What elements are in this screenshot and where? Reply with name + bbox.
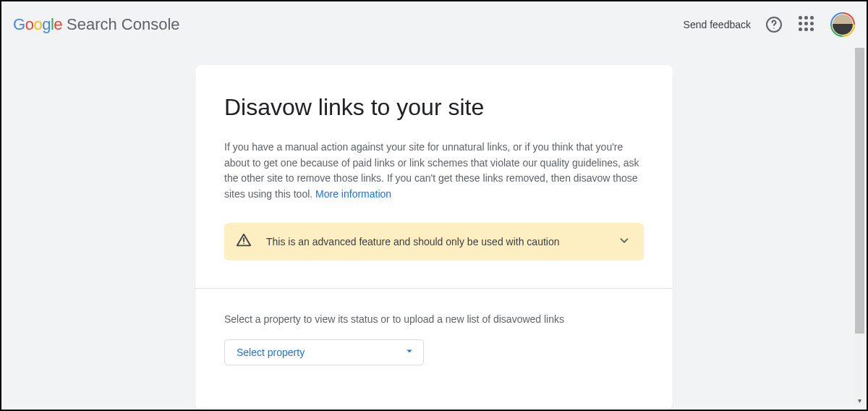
app-header: G o o g l e Search Console Send feedback [1, 1, 867, 48]
description-text: If you have a manual action against your… [224, 141, 639, 200]
warning-triangle-icon [236, 232, 252, 251]
chevron-down-icon [616, 232, 632, 251]
account-avatar[interactable] [830, 12, 855, 37]
scrollbar-down-arrow[interactable]: ▾ [854, 395, 865, 405]
send-feedback-link[interactable]: Send feedback [684, 19, 751, 30]
main-area: Disavow links to your site If you have a… [1, 48, 867, 410]
header-actions: Send feedback [684, 12, 855, 37]
svg-point-1 [773, 27, 775, 29]
select-property-dropdown[interactable]: Select property [224, 339, 424, 365]
page-title: Disavow links to your site [224, 94, 644, 121]
logo-letter: o [25, 15, 34, 34]
select-property-label: Select property [237, 347, 305, 358]
warning-banner[interactable]: This is an advanced feature and should o… [224, 223, 644, 260]
svg-point-3 [243, 243, 244, 245]
page-description: If you have a manual action against your… [224, 140, 644, 203]
google-logo: G o o g l e [13, 15, 62, 34]
vertical-scrollbar[interactable]: ▾ [854, 48, 865, 405]
brand: G o o g l e Search Console [13, 15, 180, 34]
logo-letter: G [13, 15, 25, 34]
help-icon[interactable] [764, 14, 784, 35]
product-name: Search Console [67, 15, 180, 34]
content-card: Disavow links to your site If you have a… [195, 65, 673, 410]
logo-letter: o [33, 15, 42, 34]
warning-content: This is an advanced feature and should o… [236, 232, 560, 251]
dropdown-caret-icon [403, 344, 416, 360]
app-viewport: G o o g l e Search Console Send feedback [1, 1, 867, 410]
logo-letter: g [42, 15, 51, 34]
logo-letter: e [54, 15, 62, 34]
more-information-link[interactable]: More information [315, 188, 391, 200]
scrollbar-thumb[interactable] [855, 48, 864, 334]
section-divider [195, 288, 673, 289]
apps-icon[interactable] [797, 14, 817, 35]
select-section-label: Select a property to view its status or … [224, 313, 644, 325]
warning-text: This is an advanced feature and should o… [266, 236, 560, 247]
